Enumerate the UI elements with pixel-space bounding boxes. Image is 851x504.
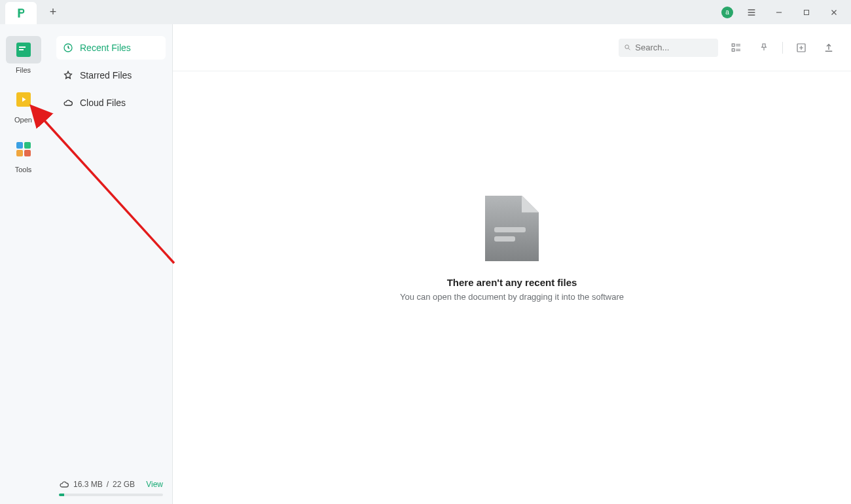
cloud-icon [59, 479, 69, 490]
window-minimize-button[interactable] [770, 3, 788, 22]
rail-item-open[interactable]: Open [6, 86, 41, 124]
rail-item-tools[interactable]: Tools [6, 135, 41, 173]
list-view-icon[interactable] [727, 39, 746, 57]
star-icon [63, 70, 73, 81]
toolbar-separator [782, 42, 783, 54]
storage-sep: / [107, 480, 109, 489]
titlebar-right: a [721, 3, 851, 22]
app-tab[interactable] [5, 2, 37, 24]
new-tab-button[interactable]: + [43, 3, 63, 22]
main-area: There aren't any recent files You can op… [173, 24, 851, 504]
sidebar-item-label: Cloud Files [80, 98, 126, 108]
search-box[interactable] [619, 39, 718, 57]
rail-item-files[interactable]: Files [6, 36, 41, 74]
add-file-icon[interactable] [792, 39, 810, 57]
empty-title: There aren't any recent files [447, 277, 577, 288]
storage-view-link[interactable]: View [146, 480, 163, 489]
empty-subtitle: You can open the document by dragging it… [400, 292, 624, 302]
upload-icon[interactable] [820, 39, 838, 57]
storage-status: 16.3 MB / 22 GB View [56, 475, 166, 497]
search-icon [624, 43, 631, 52]
sidebar-list: Recent Files Starred Files Cloud Files [56, 36, 166, 475]
files-icon [6, 36, 41, 63]
sidebar-item-label: Recent Files [80, 43, 131, 53]
titlebar-left: + [0, 0, 63, 24]
plus-icon: + [50, 5, 57, 19]
svg-rect-1 [805, 10, 809, 14]
svg-rect-4 [732, 44, 734, 46]
storage-progress [59, 494, 163, 496]
rail-label: Tools [15, 166, 32, 173]
pin-icon[interactable] [755, 39, 773, 57]
avatar-initial: a [725, 9, 729, 16]
open-icon [6, 86, 41, 113]
tools-icon [6, 135, 41, 163]
app-body: Files Open Tools Recent Files [0, 24, 851, 504]
window-close-button[interactable] [825, 3, 843, 22]
document-icon [485, 196, 539, 261]
clock-icon [63, 43, 73, 53]
avatar[interactable]: a [721, 7, 733, 18]
sidebar-item-label: Starred Files [80, 70, 132, 81]
storage-progress-fill [59, 494, 64, 496]
rail-label: Files [16, 66, 31, 74]
hamburger-menu-icon[interactable] [742, 3, 761, 22]
toolbar [173, 24, 851, 71]
storage-total: 22 GB [113, 480, 135, 489]
titlebar: + a [0, 0, 851, 24]
window-maximize-button[interactable] [797, 3, 816, 22]
search-input[interactable] [635, 43, 713, 52]
storage-used: 16.3 MB [73, 480, 103, 489]
sidebar-item-cloud[interactable]: Cloud Files [56, 91, 166, 115]
svg-rect-5 [732, 48, 734, 51]
sidebar-item-recent[interactable]: Recent Files [56, 36, 166, 60]
sidebar: Recent Files Starred Files Cloud Files 1… [47, 24, 173, 504]
sidebar-item-starred[interactable]: Starred Files [56, 63, 166, 87]
cloud-icon [63, 98, 73, 108]
svg-rect-0 [20, 10, 24, 12]
svg-point-3 [625, 45, 629, 49]
app-logo-icon [15, 7, 27, 19]
empty-state: There aren't any recent files You can op… [173, 71, 851, 504]
rail-label: Open [14, 116, 32, 124]
nav-rail: Files Open Tools [0, 24, 47, 504]
